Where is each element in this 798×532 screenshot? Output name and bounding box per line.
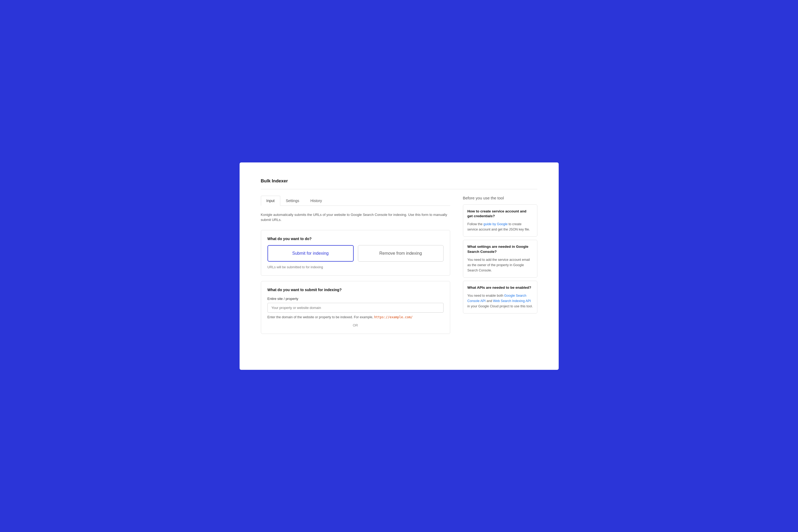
info-card-1-text: Follow the guide by Google to create ser…	[468, 222, 533, 232]
info-card-3-text: You need to enable both Google Search Co…	[468, 293, 533, 309]
web-search-indexing-api-link[interactable]: Web Search Indexing API	[493, 299, 531, 303]
action-buttons-group: Submit for indexing Remove from indexing	[267, 245, 443, 262]
info-card-1: How to create service account and get cr…	[463, 205, 537, 237]
left-panel: Input Settings History Konigle automatic…	[261, 196, 450, 334]
page-title: Bulk Indexer	[261, 178, 537, 184]
divider	[261, 189, 537, 189]
tab-settings[interactable]: Settings	[280, 196, 305, 206]
info-card-2-text: You need to add the service account emai…	[468, 257, 533, 273]
tab-input[interactable]: Input	[261, 196, 280, 206]
tabs-container: Input Settings History	[261, 196, 450, 206]
field-label: Entire site / property	[267, 297, 443, 301]
info-card-2-title: What settings are needed in Google Searc…	[468, 244, 533, 254]
guide-by-google-link[interactable]: guide by Google	[483, 222, 508, 226]
info-card-3: What APIs are needed to be enabled? You …	[463, 281, 537, 314]
submit-for-indexing-button[interactable]: Submit for indexing	[267, 245, 354, 262]
info-card-3-title: What APIs are needed to be enabled?	[468, 285, 533, 290]
section2-question: What do you want to submit for indexing?	[267, 288, 443, 292]
or-divider: OR	[267, 323, 443, 327]
main-container: Bulk Indexer Input Settings History Koni…	[240, 163, 559, 370]
info-card-2: What settings are needed in Google Searc…	[463, 240, 537, 278]
example-link: https://example.com/	[374, 315, 413, 319]
sidebar-title: Before you use the tool	[463, 196, 537, 200]
description-text: Konigle automatically submits the URLs o…	[261, 212, 450, 223]
section1-question: What do you want to do?	[267, 236, 443, 241]
right-panel: Before you use the tool How to create se…	[463, 196, 537, 317]
section1-hint: URLs will be submitted to for indexing	[267, 265, 443, 269]
info-card-1-title: How to create service account and get cr…	[468, 209, 533, 219]
section-2-box: What do you want to submit for indexing?…	[261, 281, 450, 334]
field-hint: Enter the domain of the website or prope…	[267, 315, 443, 319]
section-1-box: What do you want to do? Submit for index…	[261, 230, 450, 276]
property-domain-input[interactable]	[267, 303, 443, 313]
tab-history[interactable]: History	[305, 196, 328, 206]
content-layout: Input Settings History Konigle automatic…	[261, 196, 537, 334]
remove-from-indexing-button[interactable]: Remove from indexing	[358, 245, 443, 262]
